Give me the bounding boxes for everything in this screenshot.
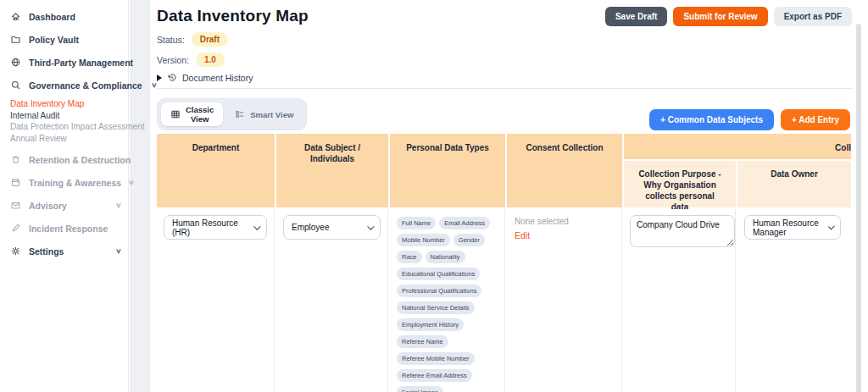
cell-consent-collection: None selected Edit xyxy=(507,209,622,392)
mail-icon xyxy=(10,200,21,211)
sidebar-item-label: Settings xyxy=(29,246,64,257)
sidebar-item-retention[interactable]: Retention & Destruction xyxy=(0,148,128,171)
document-history-label: Document History xyxy=(182,73,253,83)
cell-personal-data-types: Full NameEmail AddressMobile NumberGende… xyxy=(390,209,505,392)
gear-icon xyxy=(10,246,21,257)
table-actions: + Common Data Subjects + Add Entry xyxy=(649,109,850,130)
sidebar-item-label: Retention & Destruction xyxy=(29,155,131,165)
sidebar-item-label: Advisory xyxy=(29,201,67,211)
sidebar-item-incident[interactable]: Incident Response xyxy=(0,217,128,240)
data-type-chip: Facial Image xyxy=(397,386,443,392)
data-inventory-table: Department Data Subject / Individuals Pe… xyxy=(157,134,853,392)
department-select[interactable]: Human Resource (HR) xyxy=(164,215,267,240)
tab-classic-view[interactable]: ClassicView xyxy=(161,102,223,126)
add-entry-button[interactable]: + Add Entry xyxy=(781,109,850,130)
data-type-chip: Professional Qualifications xyxy=(397,284,481,297)
col-header-consent-collection: Consent Collection xyxy=(507,134,622,207)
status-badge: Draft xyxy=(192,32,228,47)
col-header-data-subject: Data Subject / Individuals xyxy=(276,134,388,207)
governance-subnav: Data Inventory Map Internal Audit Data P… xyxy=(0,97,128,148)
version-badge: 1.0 xyxy=(196,52,225,67)
sidebar-item-label: Training & Awareness xyxy=(29,178,121,188)
data-type-chip-list: Full NameEmail AddressMobile NumberGende… xyxy=(395,215,499,392)
sidebar-item-data-inventory-map[interactable]: Data Inventory Map xyxy=(10,98,128,110)
sidebar-item-label: Governance & Compliance xyxy=(29,80,142,91)
chevron-down-icon xyxy=(367,223,374,229)
sidebar-item-label: Dashboard xyxy=(29,12,75,22)
tab-smart-view[interactable]: Smart View xyxy=(225,102,303,126)
version-row: Version: 1.0 xyxy=(157,52,225,67)
sidebar-item-label: Policy Vault xyxy=(29,35,79,45)
data-type-chip: National Service Details xyxy=(397,301,475,314)
sidebar-item-policy-vault[interactable]: Policy Vault xyxy=(0,28,128,51)
data-type-chip: Referee Mobile Number xyxy=(397,352,475,365)
page-scrollbar[interactable] xyxy=(856,24,861,392)
data-type-chip: Referee Email Address xyxy=(397,369,472,382)
sidebar-item-annual-review[interactable]: Annual Review xyxy=(10,133,128,145)
data-subject-select[interactable]: Employee xyxy=(283,215,381,240)
export-pdf-button[interactable]: Export as PDF xyxy=(774,7,852,26)
consent-status-text: None selected xyxy=(512,215,616,226)
save-draft-button[interactable]: Save Draft xyxy=(605,7,667,26)
data-type-chip: Employment History xyxy=(397,318,464,331)
sidebar-item-dashboard[interactable]: Dashboard xyxy=(0,5,128,28)
globe-icon xyxy=(10,57,21,68)
sidebar-item-governance[interactable]: Governance & Compliance ∨ xyxy=(0,74,128,97)
cell-department: Human Resource (HR) xyxy=(157,209,275,392)
col-header-collection-purpose: Collection Purpose - Why Organisation co… xyxy=(624,161,736,207)
chevron-down-icon xyxy=(253,223,260,229)
data-type-chip: Referee Name xyxy=(397,335,448,348)
tab-label: Smart View xyxy=(250,110,293,119)
sidebar-item-dpia[interactable]: Data Protection Impact Assessment xyxy=(10,121,128,133)
consent-edit-link[interactable]: Edit xyxy=(512,226,532,240)
search-icon xyxy=(10,80,21,91)
cell-collection-purpose: Company Cloud Drive xyxy=(624,209,736,392)
collection-purpose-textarea[interactable]: Company Cloud Drive xyxy=(630,215,735,247)
table-header: Department Data Subject / Individuals Pe… xyxy=(157,134,853,207)
sidebar-item-advisory[interactable]: Advisory ∨ xyxy=(0,194,128,217)
sidebar-item-label: Third-Party Management xyxy=(29,58,133,68)
data-type-chip: Nationality xyxy=(426,251,465,263)
calendar-icon xyxy=(10,177,21,188)
status-label: Status: xyxy=(157,35,185,45)
data-owner-select[interactable]: Human Resource Manager xyxy=(744,215,841,240)
disclosure-triangle-icon xyxy=(157,75,162,81)
sidebar-item-third-party[interactable]: Third-Party Management xyxy=(0,51,128,74)
data-type-chip: Mobile Number xyxy=(397,234,450,246)
main-content: Data Inventory Map Save Draft Submit for… xyxy=(150,0,868,392)
sidebar-item-training[interactable]: Training & Awareness ∨ xyxy=(0,171,128,194)
home-icon xyxy=(10,11,21,22)
header-actions: Save Draft Submit for Review Export as P… xyxy=(605,7,852,26)
col-header-personal-data-types: Personal Data Types xyxy=(390,134,505,207)
sidebar-item-label: Incident Response xyxy=(29,224,108,234)
data-type-chip: Educational Qualifications xyxy=(397,268,480,280)
smart-list-icon xyxy=(235,109,245,119)
history-icon xyxy=(167,73,177,83)
chevron-down-icon xyxy=(828,223,835,229)
col-group-header-truncated: Coll xyxy=(624,134,851,159)
version-label: Version: xyxy=(157,55,189,65)
chevron-down-icon: ∨ xyxy=(128,179,135,186)
data-type-chip: Full Name xyxy=(397,217,436,229)
sidebar: Dashboard Policy Vault Third-Party Manag… xyxy=(0,0,129,392)
data-type-chip: Email Address xyxy=(439,217,490,229)
data-type-chip: Gender xyxy=(453,234,485,246)
submit-for-review-button[interactable]: Submit for Review xyxy=(673,7,767,26)
trash-icon xyxy=(10,154,21,165)
sidebar-item-internal-audit[interactable]: Internal Audit xyxy=(10,110,128,122)
tab-label: ClassicView xyxy=(186,105,214,124)
table-grid-icon xyxy=(170,109,181,119)
table-row: Human Resource (HR) Employee Full NameEm… xyxy=(157,209,853,392)
cell-data-subject: Employee xyxy=(276,209,388,392)
status-row: Status: Draft xyxy=(157,32,228,47)
chevron-down-icon: ∨ xyxy=(115,247,122,255)
divider xyxy=(157,88,853,89)
col-header-data-owner: Data Owner xyxy=(737,161,851,207)
page-title: Data Inventory Map xyxy=(157,7,309,25)
chevron-down-icon: ∨ xyxy=(115,202,122,209)
pen-icon xyxy=(10,223,21,234)
common-data-subjects-button[interactable]: + Common Data Subjects xyxy=(649,109,774,130)
sidebar-item-settings[interactable]: Settings ∨ xyxy=(0,240,128,262)
col-header-department: Department xyxy=(157,134,275,207)
document-history-toggle[interactable]: Document History xyxy=(157,73,253,83)
